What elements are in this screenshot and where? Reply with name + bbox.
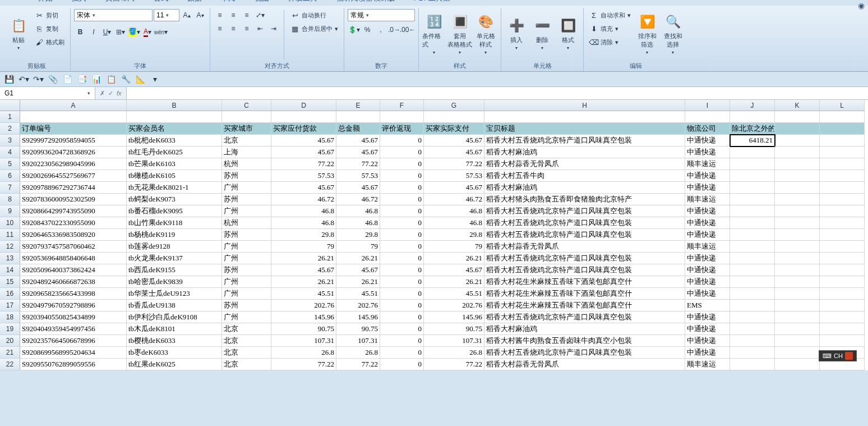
- cell[interactable]: S9202230562989045996: [20, 158, 127, 170]
- cell[interactable]: tb鳄梨deK9073: [127, 194, 222, 205]
- find-select-button[interactable]: 🔍查找和 选择▾: [661, 9, 685, 58]
- fill-button[interactable]: ⬇填充▾: [587, 22, 633, 35]
- cell[interactable]: 0: [380, 158, 424, 170]
- cell[interactable]: 145.96: [336, 312, 380, 323]
- cell[interactable]: [775, 182, 820, 194]
- cell[interactable]: tb山竹果deK9118: [127, 217, 222, 229]
- cell[interactable]: [685, 111, 730, 123]
- cell[interactable]: [820, 312, 865, 323]
- fx-icon[interactable]: fx: [117, 90, 122, 97]
- cell[interactable]: S9202357664506678996: [20, 335, 127, 347]
- cell[interactable]: tb香瓜deU9138: [127, 300, 222, 312]
- copy-button[interactable]: ⎘复制: [33, 22, 67, 35]
- cell[interactable]: 0: [380, 347, 424, 359]
- cell[interactable]: [775, 170, 820, 182]
- cell[interactable]: tb杨桃deK9119: [127, 229, 222, 241]
- cell[interactable]: 买家城市: [222, 123, 271, 135]
- paste-button[interactable]: 📋 粘贴 ▾: [7, 9, 30, 58]
- cell[interactable]: S9209788967292736744: [20, 182, 127, 194]
- cell[interactable]: 广州: [222, 241, 271, 253]
- row-header[interactable]: 11: [0, 229, 20, 241]
- cell[interactable]: tb枣deK6033: [127, 347, 222, 359]
- cell[interactable]: 57.53: [424, 170, 484, 182]
- cell[interactable]: 稻香大村花生米麻辣五香味下酒菜包邮真空什: [484, 276, 685, 288]
- cell[interactable]: 中通快递: [685, 312, 730, 323]
- row-header[interactable]: 10: [0, 217, 20, 229]
- merge-center-button[interactable]: ▦合并后居中▾: [288, 22, 340, 35]
- cell[interactable]: 中通快递: [685, 335, 730, 347]
- cell[interactable]: 26.21: [271, 253, 336, 264]
- font-color-button[interactable]: A▾: [141, 26, 154, 38]
- cell[interactable]: 0: [380, 335, 424, 347]
- font-size-combo[interactable]: 11▾: [154, 9, 179, 21]
- cell[interactable]: 26.8: [271, 347, 336, 359]
- cell[interactable]: 中通快递: [685, 323, 730, 335]
- cell[interactable]: 0: [380, 229, 424, 241]
- indent-dec-button[interactable]: ⇤: [254, 22, 266, 35]
- cell[interactable]: [730, 323, 775, 335]
- cell[interactable]: 0: [380, 288, 424, 300]
- cell[interactable]: 0: [380, 170, 424, 182]
- select-all-corner[interactable]: [0, 100, 20, 111]
- cell[interactable]: [820, 229, 865, 241]
- cell[interactable]: [775, 217, 820, 229]
- cell[interactable]: 稻香大村五香烧鸡北京特产道口风味真空包装: [484, 347, 685, 359]
- cell[interactable]: 26.21: [336, 276, 380, 288]
- cell[interactable]: S9209658235665433998: [20, 288, 127, 300]
- sort-filter-button[interactable]: 🔽排序和 筛选▾: [635, 9, 659, 58]
- redo-button[interactable]: ↷▾: [33, 74, 44, 85]
- shrink-font-button[interactable]: A▾: [194, 9, 206, 21]
- cell[interactable]: [730, 253, 775, 264]
- cell[interactable]: 中通快递: [685, 146, 730, 158]
- cell[interactable]: [20, 111, 127, 123]
- cell[interactable]: 57.53: [336, 170, 380, 182]
- cell[interactable]: 顺丰速运: [685, 158, 730, 170]
- cell[interactable]: 中通快递: [685, 264, 730, 276]
- font-name-combo[interactable]: 宋体▾: [74, 9, 153, 21]
- border-button[interactable]: ⊞▾: [114, 26, 127, 38]
- cell[interactable]: [820, 217, 865, 229]
- cell[interactable]: tb橄榄deK6105: [127, 170, 222, 182]
- cell[interactable]: 稻香大村五香烧鸡北京特产道口风味真空包装: [484, 312, 685, 323]
- cell[interactable]: 57.53: [271, 170, 336, 182]
- cell[interactable]: S9209550762899059556: [20, 359, 127, 370]
- cell[interactable]: [775, 205, 820, 217]
- cell[interactable]: 稻香大村五香烧鸡北京特产道口风味真空包装: [484, 217, 685, 229]
- fill-color-button[interactable]: 🪣▾: [128, 26, 140, 38]
- cell[interactable]: 除北京之外的地区销售额: [730, 123, 775, 135]
- cell[interactable]: [820, 111, 865, 123]
- col-header-K[interactable]: K: [775, 100, 820, 111]
- number-format-combo[interactable]: 常规▾: [348, 9, 415, 21]
- cell[interactable]: 145.96: [424, 312, 484, 323]
- cell[interactable]: 0: [380, 359, 424, 370]
- cell[interactable]: 0: [380, 205, 424, 217]
- cell[interactable]: [730, 288, 775, 300]
- tab-开始[interactable]: 开始: [34, 0, 57, 6]
- cell[interactable]: 45.51: [336, 288, 380, 300]
- cell[interactable]: S9208699568995204634: [20, 347, 127, 359]
- cell[interactable]: 79: [336, 241, 380, 253]
- cell[interactable]: 0: [380, 276, 424, 288]
- cell[interactable]: 202.76: [336, 300, 380, 312]
- cell[interactable]: S9206465336983508920: [20, 229, 127, 241]
- wrap-text-button[interactable]: ↩自动换行: [288, 9, 340, 21]
- row-header[interactable]: 1: [0, 111, 20, 123]
- cell[interactable]: 45.51: [271, 288, 336, 300]
- tab-数据[interactable]: 数据: [183, 0, 206, 6]
- row-header[interactable]: 18: [0, 312, 20, 323]
- cell[interactable]: [775, 335, 820, 347]
- col-header-E[interactable]: E: [336, 100, 380, 111]
- autosum-button[interactable]: Σ自动求和▾: [587, 9, 633, 21]
- row-header[interactable]: 14: [0, 264, 20, 276]
- cell[interactable]: tb木瓜deK8101: [127, 323, 222, 335]
- cell[interactable]: [820, 182, 865, 194]
- cell[interactable]: tb樱桃deK6033: [127, 335, 222, 347]
- cell[interactable]: 45.67: [424, 135, 484, 146]
- cell[interactable]: 77.22: [336, 158, 380, 170]
- bold-button[interactable]: B: [74, 26, 86, 38]
- row-header[interactable]: 16: [0, 288, 20, 300]
- cell[interactable]: [775, 135, 820, 146]
- cell[interactable]: 45.67: [424, 264, 484, 276]
- cell[interactable]: [730, 146, 775, 158]
- dec-decimal-button[interactable]: .00←: [401, 24, 414, 36]
